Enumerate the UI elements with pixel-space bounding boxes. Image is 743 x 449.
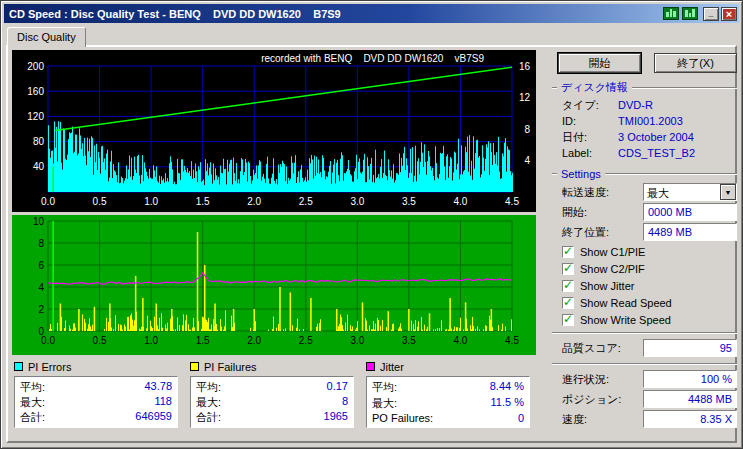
divider-line — [552, 363, 737, 365]
checkbox-box[interactable]: ✓ — [562, 263, 574, 275]
pi-failures-stats-panel: 平均:0.17 最大:8 合計:1965 — [190, 376, 354, 428]
pi-errors-legend-label: PI Errors — [28, 361, 71, 373]
close-button[interactable]: × — [721, 7, 737, 21]
pi-failures-legend: PI Failures — [190, 360, 354, 373]
position-row: ポジション: 4488 MB — [562, 390, 737, 408]
pi-errors-chart: 20016012080401612840.00.51.01.52.02.53.0… — [12, 50, 536, 212]
stat-row: PO Failures:0 — [372, 412, 524, 424]
pi-errors-stats: PI Errors 平均:43.78 最大:118 合計:646959 — [14, 360, 178, 428]
tab-disc-quality[interactable]: Disc Quality — [7, 27, 86, 47]
show-read-speed-checkbox[interactable]: ✓ Show Read Speed — [562, 296, 737, 309]
divider-line — [605, 173, 737, 175]
checkbox-box[interactable]: ✓ — [562, 297, 574, 309]
svg-text:3.5: 3.5 — [402, 335, 416, 346]
minimize-button[interactable]: _ — [703, 7, 719, 21]
pi-errors-stats-panel: 平均:43.78 最大:118 合計:646959 — [14, 376, 178, 428]
svg-text:10: 10 — [33, 216, 45, 227]
svg-text:8: 8 — [524, 124, 530, 135]
check-icon: ✓ — [563, 312, 573, 326]
quality-score-value: 95 — [643, 339, 737, 357]
end-position-input[interactable]: 4489 MB — [643, 223, 737, 241]
disc-type-row: タイプ: DVD-R — [562, 98, 737, 113]
show-c1-pie-checkbox[interactable]: ✓ Show C1/PIE — [562, 245, 737, 258]
transfer-rate-row: 転送速度: 最大 ▼ — [562, 183, 737, 201]
divider-line — [552, 332, 737, 334]
start-position-input[interactable]: 0000 MB — [643, 203, 737, 221]
jitter-stats-panel: 平均:8.44 % 最大:11.5 % PO Failures:0 — [366, 376, 530, 428]
checkbox-box[interactable]: ✓ — [562, 280, 574, 292]
tab-strip: Disc Quality — [7, 25, 736, 45]
settings-header: Settings — [552, 168, 737, 180]
chevron-down-icon[interactable]: ▼ — [720, 184, 736, 200]
graph-icon[interactable] — [663, 7, 679, 20]
check-icon: ✓ — [563, 244, 573, 258]
titlebar: CD Speed : Disc Quality Test - BENQ DVD … — [4, 4, 739, 23]
pi-failures-swatch-icon — [190, 362, 199, 371]
check-icon: ✓ — [563, 295, 573, 309]
stat-row: 最大:11.5 % — [372, 396, 524, 411]
stat-row: 合計:1965 — [196, 410, 348, 425]
disc-quality-page: 20016012080401612840.00.51.01.52.02.53.0… — [6, 45, 737, 443]
stat-row: 平均:8.44 % — [372, 380, 524, 395]
svg-text:4: 4 — [38, 282, 44, 293]
stat-row: 最大:8 — [196, 395, 348, 410]
svg-text:0.0: 0.0 — [41, 196, 55, 207]
svg-text:8: 8 — [38, 238, 44, 249]
svg-text:recorded with BENQ DVD DD D: recorded with BENQ DVD DD DW1620 vB7S9 — [261, 53, 484, 64]
svg-text:2.0: 2.0 — [247, 335, 261, 346]
position-value: 4488 MB — [643, 390, 737, 408]
charts-area: 20016012080401612840.00.51.01.52.02.53.0… — [12, 50, 542, 439]
exit-button[interactable]: 終了(X) — [654, 53, 737, 73]
divider-line — [632, 87, 737, 89]
svg-text:6: 6 — [38, 260, 44, 271]
jitter-legend-label: Jitter — [380, 361, 404, 373]
pi-errors-legend: PI Errors — [14, 360, 178, 373]
jitter-legend: Jitter — [366, 360, 530, 373]
svg-text:1.0: 1.0 — [144, 335, 158, 346]
show-jitter-checkbox[interactable]: ✓ Show Jitter — [562, 279, 737, 292]
show-write-speed-checkbox[interactable]: ✓ Show Write Speed — [562, 313, 737, 326]
svg-text:80: 80 — [33, 136, 45, 147]
checkbox-box[interactable]: ✓ — [562, 246, 574, 258]
svg-text:160: 160 — [27, 86, 44, 97]
progress-value: 100 % — [643, 370, 737, 388]
svg-text:4.0: 4.0 — [453, 335, 467, 346]
svg-text:1.5: 1.5 — [196, 196, 210, 207]
svg-text:12: 12 — [519, 92, 531, 103]
check-icon: ✓ — [563, 261, 573, 275]
svg-text:2.5: 2.5 — [299, 335, 313, 346]
svg-text:16: 16 — [519, 61, 531, 72]
svg-text:0.5: 0.5 — [93, 335, 107, 346]
svg-text:0.5: 0.5 — [93, 196, 107, 207]
svg-text:4.0: 4.0 — [453, 196, 467, 207]
start-button[interactable]: 開始 — [558, 53, 641, 73]
stat-row: 合計:646959 — [20, 410, 172, 425]
disc-date-row: 日付: 3 October 2004 — [562, 130, 737, 145]
svg-text:2: 2 — [38, 304, 44, 315]
titlebar-controls: _ × — [663, 7, 737, 21]
quality-score-row: 品質スコア: 95 — [562, 339, 737, 357]
check-icon: ✓ — [563, 278, 573, 292]
svg-text:1.5: 1.5 — [196, 335, 210, 346]
pi-failures-legend-label: PI Failures — [204, 361, 257, 373]
progress-row: 進行状況: 100 % — [562, 370, 737, 388]
svg-text:2.0: 2.0 — [247, 196, 261, 207]
pi-errors-swatch-icon — [14, 362, 23, 371]
window-title: CD Speed : Disc Quality Test - BENQ DVD … — [9, 8, 663, 20]
svg-text:120: 120 — [27, 111, 44, 122]
svg-text:3.5: 3.5 — [402, 196, 416, 207]
stats-row: PI Errors 平均:43.78 最大:118 合計:646959 PI F… — [14, 360, 542, 428]
svg-text:1.0: 1.0 — [144, 196, 158, 207]
graph-icon-2[interactable] — [682, 7, 698, 20]
speed-row: 速度: 8.35 X — [562, 410, 737, 428]
svg-text:3.0: 3.0 — [350, 335, 364, 346]
svg-text:4.5: 4.5 — [505, 196, 519, 207]
svg-text:0.0: 0.0 — [41, 335, 55, 346]
app-window: CD Speed : Disc Quality Test - BENQ DVD … — [0, 0, 743, 449]
transfer-rate-select[interactable]: 最大 ▼ — [643, 183, 737, 201]
show-c2-pif-checkbox[interactable]: ✓ Show C2/PIF — [562, 262, 737, 275]
svg-text:40: 40 — [33, 161, 45, 172]
end-position-row: 終了位置: 4489 MB — [562, 223, 737, 241]
svg-text:200: 200 — [27, 61, 44, 72]
checkbox-box[interactable]: ✓ — [562, 314, 574, 326]
